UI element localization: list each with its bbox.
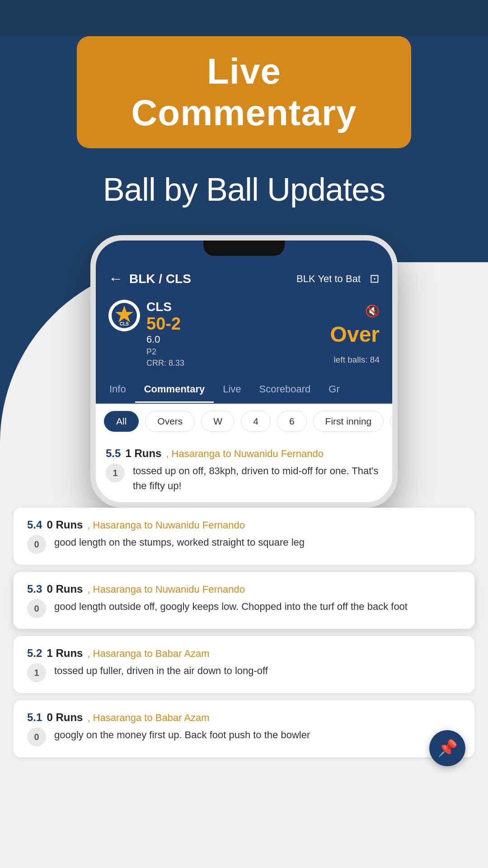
comm-body-52: 1 tossed up fuller, driven in the air do… xyxy=(27,663,461,682)
commentary-list-phone: 5.5 1 Runs , Hasaranga to Nuwanidu Ferna… xyxy=(96,439,392,501)
badge-53: 0 xyxy=(27,599,46,618)
pin-button[interactable]: 📌 xyxy=(429,730,465,766)
badge-52: 1 xyxy=(27,663,46,682)
runs-label-55: 1 Runs xyxy=(125,447,161,460)
runs-54: 0 Runs xyxy=(47,519,83,531)
tabs-row: Info Commentary Live Scoreboard Gr xyxy=(96,377,392,404)
comm-header-53: 5.3 0 Runs , Hasaranga to Nuwanidu Ferna… xyxy=(27,583,461,595)
outer-card-53: 5.3 0 Runs , Hasaranga to Nuwanidu Ferna… xyxy=(14,572,474,629)
outer-card-54: 5.4 0 Runs , Hasaranga to Nuwanidu Ferna… xyxy=(14,508,474,565)
team-name: CLS xyxy=(146,300,184,314)
runs-52: 1 Runs xyxy=(47,647,83,660)
outer-commentary-section: 5.4 0 Runs , Hasaranga to Nuwanidu Ferna… xyxy=(14,508,474,757)
text-51: googly on the money first up. Back foot … xyxy=(54,727,310,742)
player-label: P2 xyxy=(146,347,184,357)
back-button[interactable]: ← xyxy=(108,270,123,287)
filter-row: All Overs W 4 6 First inning Seco xyxy=(96,404,392,439)
text-53: good length outside off, googly keeps lo… xyxy=(54,599,408,614)
team-info: CLS 50-2 6.0 P2 CRR: 8.33 xyxy=(146,300,184,368)
team-left: CLS CLS 50-2 6.0 P2 CRR: 8.33 xyxy=(108,300,184,368)
yet-to-bat-label: BLK Yet to Bat xyxy=(296,273,361,285)
ball-num-52: 5.2 xyxy=(27,647,42,660)
runs-51: 0 Runs xyxy=(47,711,83,724)
comm-header-52: 5.2 1 Runs , Hasaranga to Babar Azam xyxy=(27,647,461,660)
players-53: , Hasaranga to Nuwanidu Fernando xyxy=(87,584,245,595)
comm-text-55: tossed up on off, 83kph, driven to mid-o… xyxy=(133,463,382,493)
filter-4[interactable]: 4 xyxy=(241,411,271,432)
svg-text:CLS: CLS xyxy=(120,321,129,326)
text-54: good length on the stumps, worked straig… xyxy=(54,535,305,550)
badge-51: 0 xyxy=(27,727,46,746)
team-section: CLS CLS 50-2 6.0 P2 CRR: 8.33 🔇 xyxy=(96,295,392,377)
players-51: , Hasaranga to Babar Azam xyxy=(87,712,209,724)
team-right: 🔇 Over left balls: 84 xyxy=(330,300,380,365)
phone-top-bar xyxy=(96,241,392,264)
card-51-wrapper: 5.1 0 Runs , Hasaranga to Babar Azam 0 g… xyxy=(14,700,474,757)
filter-seco[interactable]: Seco xyxy=(390,411,392,432)
header-right: BLK Yet to Bat ⊡ xyxy=(296,272,380,286)
team-overs: 6.0 xyxy=(146,334,184,345)
phone-mockup: ← BLK / CLS BLK Yet to Bat ⊡ xyxy=(0,235,488,508)
outer-card-51: 5.1 0 Runs , Hasaranga to Babar Azam 0 g… xyxy=(14,700,474,757)
filter-w[interactable]: W xyxy=(201,411,235,432)
tab-commentary[interactable]: Commentary xyxy=(135,377,214,403)
runs-53: 0 Runs xyxy=(47,583,83,595)
mute-icon[interactable]: 🔇 xyxy=(365,304,380,318)
filter-overs[interactable]: Overs xyxy=(145,411,195,432)
players-55: , Hasaranga to Nuwanidu Fernando xyxy=(166,448,324,460)
app-header: ← BLK / CLS BLK Yet to Bat ⊡ xyxy=(96,264,392,295)
ball-num-54: 5.4 xyxy=(27,519,42,531)
team-logo: CLS xyxy=(108,300,140,331)
filter-first-inning[interactable]: First inning xyxy=(313,411,384,432)
players-54: , Hasaranga to Nuwanidu Fernando xyxy=(87,519,245,531)
tab-scoreboard[interactable]: Scoreboard xyxy=(250,377,320,403)
phone-frame: ← BLK / CLS BLK Yet to Bat ⊡ xyxy=(90,235,398,508)
over-label: Over xyxy=(330,322,380,347)
tab-info[interactable]: Info xyxy=(100,377,135,403)
comm-body-55: 1 tossed up on off, 83kph, driven to mid… xyxy=(106,463,382,493)
filter-6[interactable]: 6 xyxy=(277,411,307,432)
live-commentary-badge: Live Commentary xyxy=(77,36,411,148)
commentary-item-55: 5.5 1 Runs , Hasaranga to Nuwanidu Ferna… xyxy=(96,439,392,501)
comm-body-54: 0 good length on the stumps, worked stra… xyxy=(27,535,461,554)
players-52: , Hasaranga to Babar Azam xyxy=(87,648,209,660)
tab-live[interactable]: Live xyxy=(214,377,250,403)
logo-svg: CLS xyxy=(111,302,138,329)
comm-header-55: 5.5 1 Runs , Hasaranga to Nuwanidu Ferna… xyxy=(106,447,382,460)
pin-icon: 📌 xyxy=(437,739,458,758)
phone-notch xyxy=(203,241,285,256)
comm-body-51: 0 googly on the money first up. Back foo… xyxy=(27,727,461,746)
cast-icon[interactable]: ⊡ xyxy=(370,272,380,286)
left-balls: left balls: 84 xyxy=(334,355,380,365)
badge-text: Live Commentary xyxy=(131,51,357,133)
bottom-spacer xyxy=(0,764,488,819)
ball-num-53: 5.3 xyxy=(27,583,42,595)
header-left: ← BLK / CLS xyxy=(108,270,191,287)
ball-number-55: 5.5 xyxy=(106,447,121,460)
match-title: BLK / CLS xyxy=(129,272,191,286)
comm-body-53: 0 good length outside off, googly keeps … xyxy=(27,599,461,618)
subtitle: Ball by Ball Updates xyxy=(0,171,488,208)
badge-54: 0 xyxy=(27,535,46,554)
crr-label: CRR: 8.33 xyxy=(146,359,184,368)
comm-header-54: 5.4 0 Runs , Hasaranga to Nuwanidu Ferna… xyxy=(27,519,461,531)
comm-header-51: 5.1 0 Runs , Hasaranga to Babar Azam xyxy=(27,711,461,724)
text-52: tossed up fuller, driven in the air down… xyxy=(54,663,268,678)
outer-card-52: 5.2 1 Runs , Hasaranga to Babar Azam 1 t… xyxy=(14,636,474,693)
ball-num-51: 5.1 xyxy=(27,711,42,724)
tab-gr[interactable]: Gr xyxy=(319,377,348,403)
run-badge-55: 1 xyxy=(106,463,125,482)
team-score: 50-2 xyxy=(146,314,184,334)
filter-all[interactable]: All xyxy=(104,411,139,432)
